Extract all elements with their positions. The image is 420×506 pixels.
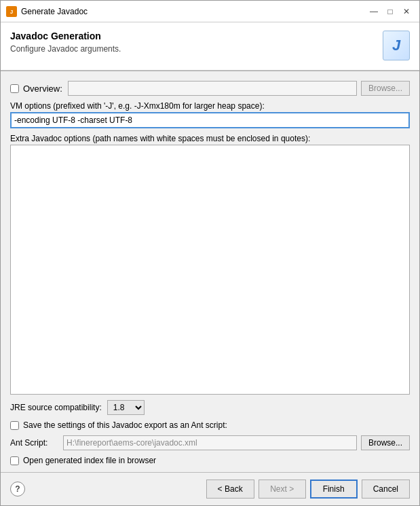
- vm-options-input[interactable]: [10, 112, 410, 128]
- jre-select[interactable]: 1.3 1.4 1.5 1.6 1.7 1.8 9 10 11: [107, 400, 145, 415]
- javadoc-letter: J: [392, 37, 400, 54]
- window-icon: J: [6, 6, 17, 17]
- overview-label: Overview:: [23, 84, 64, 94]
- dialog-subtitle: Configure Javadoc arguments.: [10, 44, 121, 54]
- title-bar: J Generate Javadoc — □ ✕: [1, 1, 419, 22]
- extra-options-section: Extra Javadoc options (path names with w…: [10, 134, 410, 395]
- extra-options-textarea[interactable]: [10, 145, 410, 395]
- finish-button[interactable]: Finish: [310, 480, 358, 499]
- maximize-button[interactable]: □: [383, 4, 398, 19]
- ant-script-row: Ant Script: Browse...: [10, 435, 410, 450]
- vm-options-section: VM options (prefixed with '-J', e.g. -J-…: [10, 101, 410, 128]
- ant-script-label: Ant Script:: [10, 438, 59, 448]
- svg-text:J: J: [10, 9, 13, 15]
- overview-checkbox[interactable]: [10, 84, 19, 93]
- ant-script-browse-button[interactable]: Browse...: [361, 435, 410, 450]
- window-title: Generate Javadoc: [21, 7, 366, 16]
- generate-javadoc-window: J Generate Javadoc — □ ✕ Javadoc Generat…: [0, 0, 420, 506]
- extra-options-label: Extra Javadoc options (path names with w…: [10, 134, 410, 143]
- back-button[interactable]: < Back: [206, 480, 254, 499]
- header-icon: J: [377, 31, 410, 63]
- jre-row: JRE source compatibility: 1.3 1.4 1.5 1.…: [10, 400, 410, 415]
- header-text: Javadoc Generation Configure Javadoc arg…: [10, 31, 121, 54]
- minimize-button[interactable]: —: [366, 4, 381, 19]
- close-button[interactable]: ✕: [399, 4, 414, 19]
- ant-script-input[interactable]: [63, 435, 357, 450]
- extra-options-container: [10, 145, 410, 395]
- save-ant-label: Save the settings of this Javadoc export…: [23, 420, 227, 430]
- open-index-checkbox[interactable]: [10, 456, 19, 465]
- overview-browse-button[interactable]: Browse...: [361, 81, 410, 96]
- dialog-title: Javadoc Generation: [10, 31, 121, 41]
- next-button[interactable]: Next >: [259, 480, 306, 499]
- overview-input[interactable]: [68, 81, 357, 96]
- open-index-label: Open generated index file in browser: [23, 456, 156, 465]
- footer-right: < Back Next > Finish Cancel: [206, 480, 410, 499]
- save-ant-row: Save the settings of this Javadoc export…: [10, 420, 410, 430]
- cancel-button[interactable]: Cancel: [362, 480, 410, 499]
- save-ant-checkbox[interactable]: [10, 421, 19, 430]
- window-controls: — □ ✕: [366, 4, 414, 19]
- overview-row: Overview: Browse...: [10, 81, 410, 96]
- jre-label: JRE source compatibility:: [10, 403, 102, 412]
- javadoc-icon-bg: J: [383, 31, 410, 60]
- content-area: Overview: Browse... VM options (prefixed…: [1, 71, 419, 472]
- footer-left: ?: [10, 482, 25, 496]
- header-section: Javadoc Generation Configure Javadoc arg…: [1, 22, 419, 71]
- help-button[interactable]: ?: [10, 482, 25, 496]
- vm-options-label: VM options (prefixed with '-J', e.g. -J-…: [10, 101, 410, 111]
- footer: ? < Back Next > Finish Cancel: [1, 472, 419, 505]
- open-index-row: Open generated index file in browser: [10, 456, 410, 465]
